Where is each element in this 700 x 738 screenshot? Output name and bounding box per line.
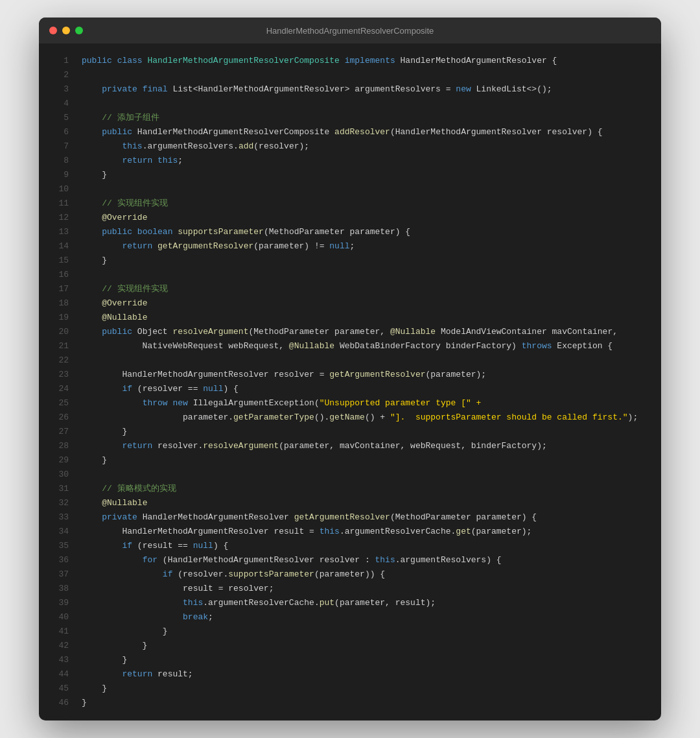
code-line: 10 (39, 182, 661, 196)
code-line: 40 break; (39, 610, 661, 625)
code-line: 43 } (39, 653, 661, 667)
code-line: 22 (39, 353, 661, 368)
code-line: 27 } (39, 425, 661, 439)
code-window: HandlerMethodArgumentResolverComposite 1… (39, 18, 661, 720)
code-line: 5 // 添加子组件 (39, 111, 661, 125)
code-line: 37 if (resolver.supportsParameter(parame… (39, 567, 661, 582)
code-line: 3 private final List<HandlerMethodArgume… (39, 82, 661, 97)
code-line: 23 HandlerMethodArgumentResolver resolve… (39, 368, 661, 382)
code-line: 42 } (39, 639, 661, 653)
code-line: 34 HandlerMethodArgumentResolver result … (39, 525, 661, 539)
maximize-button[interactable] (75, 27, 83, 34)
code-line: 4 (39, 97, 661, 111)
code-line: 45 } (39, 682, 661, 696)
code-line: 8 return this; (39, 154, 661, 168)
code-line: 31 // 策略模式的实现 (39, 482, 661, 496)
code-line: 29 } (39, 453, 661, 468)
code-line: 25 throw new IllegalArgumentException("U… (39, 396, 661, 411)
code-editor[interactable]: 1 public class HandlerMethodArgumentReso… (39, 43, 661, 720)
close-button[interactable] (49, 27, 57, 34)
code-line: 16 (39, 268, 661, 282)
code-line: 14 return getArgumentResolver(parameter)… (39, 239, 661, 254)
code-line: 19 @Nullable (39, 311, 661, 325)
code-line: 21 NativeWebRequest webRequest, @Nullabl… (39, 339, 661, 353)
code-line: 18 @Override (39, 296, 661, 311)
code-line: 28 return resolver.resolveArgument(param… (39, 439, 661, 453)
code-line: 24 if (resolver == null) { (39, 382, 661, 396)
code-line: 26 parameter.getParameterType().getName(… (39, 411, 661, 425)
code-line: 6 public HandlerMethodArgumentResolverCo… (39, 125, 661, 139)
code-line: 13 public boolean supportsParameter(Meth… (39, 225, 661, 239)
window-title: HandlerMethodArgumentResolverComposite (266, 26, 434, 36)
code-line: 17 // 实现组件实现 (39, 282, 661, 296)
traffic-lights (49, 27, 83, 34)
code-line: 11 // 实现组件实现 (39, 196, 661, 211)
code-line: 44 return result; (39, 667, 661, 682)
code-line: 41 } (39, 625, 661, 639)
code-line: 1 public class HandlerMethodArgumentReso… (39, 54, 661, 68)
code-line: 39 this.argumentResolverCache.put(parame… (39, 596, 661, 610)
code-line: 36 for (HandlerMethodArgumentResolver re… (39, 553, 661, 567)
code-line: 7 this.argumentResolvers.add(resolver); (39, 139, 661, 154)
code-line: 15 } (39, 254, 661, 268)
code-line: 2 (39, 68, 661, 82)
titlebar: HandlerMethodArgumentResolverComposite (39, 18, 661, 43)
minimize-button[interactable] (62, 27, 70, 34)
code-line: 20 public Object resolveArgument(MethodP… (39, 325, 661, 339)
code-line: 12 @Override (39, 211, 661, 225)
code-line: 35 if (result == null) { (39, 539, 661, 553)
code-line: 9 } (39, 168, 661, 182)
code-line: 32 @Nullable (39, 496, 661, 510)
code-line: 46 } (39, 696, 661, 710)
code-line: 33 private HandlerMethodArgumentResolver… (39, 510, 661, 525)
code-line: 30 (39, 468, 661, 482)
code-line: 38 result = resolver; (39, 582, 661, 596)
